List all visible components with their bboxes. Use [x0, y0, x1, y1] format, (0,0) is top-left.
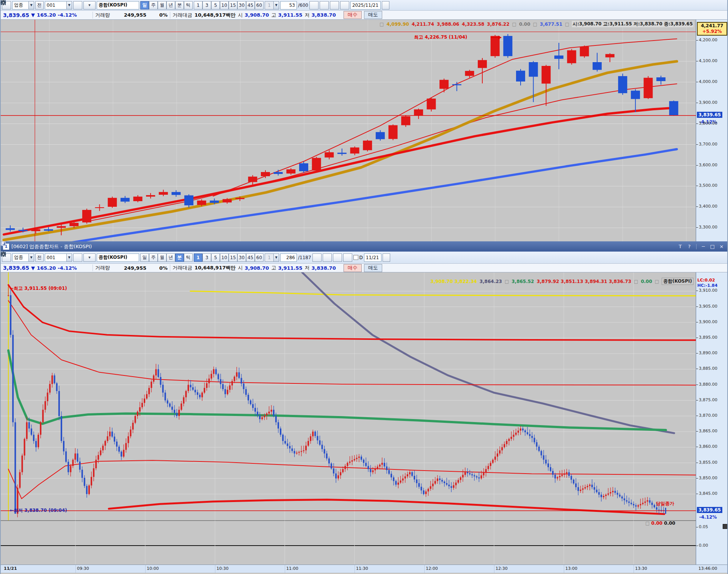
symbol-name[interactable]: 종합(KOSPI): [97, 1, 139, 9]
maximize-icon[interactable]: □: [709, 244, 716, 249]
price-tick: 3,400.00: [699, 204, 717, 209]
minute-button-30[interactable]: 30: [237, 253, 246, 262]
calendar-button[interactable]: [382, 1, 389, 9]
chart-style-button[interactable]: [309, 1, 318, 9]
chevron-down-icon[interactable]: ▼: [66, 253, 72, 262]
chevron-down-icon[interactable]: ▼: [28, 1, 34, 9]
period-button-0[interactable]: 일: [140, 253, 149, 262]
trendline-button[interactable]: [323, 253, 332, 262]
jun-button[interactable]: 전: [35, 253, 44, 262]
line-green: [8, 350, 666, 430]
minute-button-1[interactable]: 1: [194, 253, 202, 262]
minute-button-10[interactable]: 10: [220, 253, 229, 262]
minute-button-5[interactable]: 5: [211, 1, 220, 9]
price-tick: 3,875.00: [699, 397, 717, 402]
intraday-chart-canvas[interactable]: [1, 272, 696, 565]
period-button-2[interactable]: 월: [158, 253, 166, 262]
buy-button[interactable]: 매수: [344, 11, 362, 19]
daily-candle: [516, 71, 525, 82]
save-button[interactable]: [330, 1, 339, 9]
minute-button-60[interactable]: 60: [255, 253, 264, 262]
minute-combo[interactable]: 1: [265, 253, 274, 262]
minute-button-5[interactable]: 5: [211, 253, 220, 262]
period-button-4[interactable]: 분: [175, 253, 184, 262]
trading-app-window: 업종▼ 전 001▼ ▼ 종합(KOSPI) 일주월년분틱 1351015304…: [0, 0, 728, 574]
period-button-1[interactable]: 주: [149, 1, 158, 9]
daily-price-axis[interactable]: 4,241.77 +5.92% 3,839.65 -4.12% 4,200.00…: [696, 20, 728, 241]
sector-select[interactable]: 업종: [12, 1, 29, 9]
daily-candle: [414, 109, 423, 116]
chart-style-button[interactable]: [312, 253, 322, 262]
time-axis[interactable]: 11/21 13:46:00 09:3010:0010:3011:0011:30…: [1, 565, 727, 573]
buy-button[interactable]: 매수: [344, 264, 362, 272]
minute-button-60[interactable]: 60: [255, 1, 264, 9]
daily-candle: [478, 60, 487, 68]
jun-button[interactable]: 전: [35, 1, 44, 9]
period-button-5[interactable]: 틱: [184, 1, 193, 9]
settings-button[interactable]: [340, 1, 349, 9]
minimize-icon[interactable]: ─: [700, 244, 707, 249]
sound-button[interactable]: ▼: [83, 253, 96, 262]
close-icon[interactable]: ×: [718, 244, 725, 249]
minute-button-15[interactable]: 15: [229, 253, 237, 262]
child-window-titlebar[interactable]: 1 [0602] 업종종합차트 - 종합(KOSPI) T ? ─ □ ×: [1, 241, 727, 252]
text-tool-icon[interactable]: T: [677, 244, 684, 249]
legend-gray-value: 0.00: [519, 22, 530, 27]
period-button-4[interactable]: 분: [175, 1, 184, 9]
legend-series-name[interactable]: 종합(KOSPI): [662, 278, 693, 285]
period-button-5[interactable]: 틱: [184, 253, 193, 262]
daily-candle: [235, 198, 245, 199]
chevron-down-icon[interactable]: ▼: [273, 253, 279, 262]
search-button[interactable]: [73, 253, 82, 262]
price-tick: 3,890.00: [699, 350, 717, 355]
save-button[interactable]: [333, 253, 342, 262]
search-button[interactable]: [73, 1, 82, 9]
code-input[interactable]: 001: [45, 1, 67, 9]
d-checkbox[interactable]: [353, 255, 358, 260]
sell-button[interactable]: 매도: [364, 11, 382, 19]
calendar-icon: [1, 252, 6, 257]
code-input[interactable]: 001: [45, 253, 67, 262]
symbol-name[interactable]: 종합(KOSPI): [97, 253, 139, 262]
price-tick: 4,200.00: [699, 38, 717, 42]
minute-button-1[interactable]: 1: [194, 1, 202, 9]
period-button-0[interactable]: 일: [140, 1, 149, 9]
date-input[interactable]: 11/21: [364, 253, 381, 262]
period-button-2[interactable]: 월: [158, 1, 166, 9]
legend-green: 3,865.52: [511, 279, 534, 284]
minute-button-45[interactable]: 45: [246, 253, 255, 262]
daily-chart-canvas[interactable]: [1, 20, 696, 241]
sell-button[interactable]: 매도: [364, 264, 382, 272]
sound-button[interactable]: ▼: [83, 1, 96, 9]
last-price-box: 3,839.65: [697, 507, 722, 513]
minute-button-3[interactable]: 3: [202, 253, 211, 262]
period-button-1[interactable]: 주: [149, 253, 158, 262]
period-button-3[interactable]: 년: [166, 1, 175, 9]
expand-subpanel-icon[interactable]: [723, 524, 728, 529]
minute-combo[interactable]: 1: [265, 1, 274, 9]
daily-chart-pane[interactable]: □ 4,099.90 4,211.74 3,988.06 4,323.58 3,…: [1, 20, 696, 241]
chevron-down-icon[interactable]: ▼: [28, 253, 34, 262]
chevron-down-icon[interactable]: ▼: [66, 1, 72, 9]
minute-button-3[interactable]: 3: [202, 1, 211, 9]
bar-count-input[interactable]: 286: [280, 253, 297, 262]
minute-button-30[interactable]: 30: [237, 1, 246, 9]
minute-button-10[interactable]: 10: [220, 1, 229, 9]
daily-candle: [669, 101, 678, 116]
chevron-down-icon[interactable]: ▼: [273, 1, 279, 9]
daily-chart-legend: □ 4,099.90 4,211.74 3,988.06 4,323.58 3,…: [380, 21, 693, 27]
minute-buttons: 1351015304560: [194, 1, 264, 9]
intraday-price-axis[interactable]: LC:0.02 HC:-1.84 3,839.65 -4.12% 0.05 0.…: [696, 272, 728, 565]
bar-count-input[interactable]: 53: [280, 1, 297, 9]
sector-select[interactable]: 업종: [12, 253, 29, 262]
trendline-button[interactable]: [320, 1, 329, 9]
minute-button-45[interactable]: 45: [246, 1, 255, 9]
minute-button-15[interactable]: 15: [229, 1, 237, 9]
high-annotation: 최고 4,226.75 (11/04): [414, 34, 467, 41]
help-icon[interactable]: ?: [686, 244, 693, 249]
intraday-chart-pane[interactable]: 3,908.70 3,822.34 3,864.23 □ 3,865.52 3,…: [1, 272, 696, 565]
calendar-button[interactable]: [383, 253, 390, 262]
date-input[interactable]: 2025/11/21: [350, 1, 381, 9]
period-button-3[interactable]: 년: [166, 253, 175, 262]
settings-button[interactable]: [343, 253, 352, 262]
